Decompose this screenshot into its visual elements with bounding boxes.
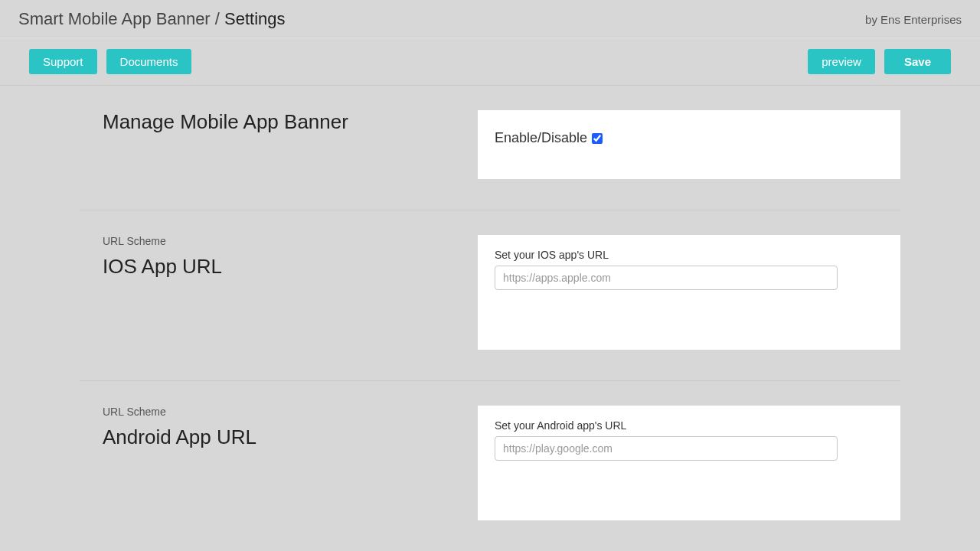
section-subtitle-ios: URL Scheme [103, 235, 478, 247]
section-subtitle-android: URL Scheme [103, 406, 478, 418]
breadcrumb: Smart Mobile App Banner / Settings [18, 9, 286, 29]
breadcrumb-root[interactable]: Smart Mobile App Banner [18, 9, 211, 28]
enable-toggle-text: Enable/Disable [495, 130, 587, 146]
section-manage: Manage Mobile App Banner Enable/Disable [80, 86, 900, 210]
panel-enable: Enable/Disable [478, 110, 900, 179]
android-url-input[interactable] [495, 436, 838, 461]
toolbar-right: preview Save [808, 49, 951, 74]
support-button[interactable]: Support [29, 49, 97, 74]
breadcrumb-separator: / [215, 9, 220, 28]
section-android: URL Scheme Android App URL Set your Andr… [80, 381, 900, 551]
save-button[interactable]: Save [884, 49, 951, 74]
enable-toggle-checkbox[interactable] [592, 133, 603, 144]
panel-android: Set your Android app's URL [478, 406, 900, 520]
documents-button[interactable]: Documents [106, 49, 192, 74]
content: Manage Mobile App Banner Enable/Disable … [0, 86, 980, 551]
section-ios: URL Scheme IOS App URL Set your IOS app'… [80, 210, 900, 381]
ios-url-label: Set your IOS app's URL [495, 249, 884, 261]
ios-url-input[interactable] [495, 266, 838, 290]
section-title-android: Android App URL [103, 425, 478, 449]
toolbar: Support Documents preview Save [0, 37, 980, 86]
section-title-manage: Manage Mobile App Banner [103, 110, 478, 134]
preview-button[interactable]: preview [808, 49, 875, 74]
enable-toggle-label[interactable]: Enable/Disable [495, 130, 603, 146]
page-header: Smart Mobile App Banner / Settings by En… [0, 0, 980, 37]
panel-ios: Set your IOS app's URL [478, 235, 900, 350]
android-url-label: Set your Android app's URL [495, 419, 884, 432]
section-title-ios: IOS App URL [103, 255, 478, 279]
breadcrumb-current: Settings [224, 9, 286, 28]
toolbar-left: Support Documents [29, 49, 191, 74]
byline: by Ens Enterprises [865, 13, 962, 26]
